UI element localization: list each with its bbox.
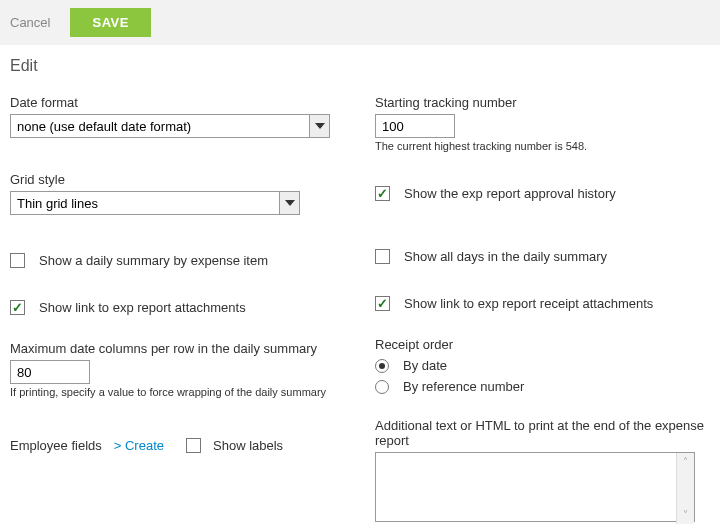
grid-style-label: Grid style <box>10 172 345 187</box>
all-days-checkbox[interactable] <box>375 249 390 264</box>
scroll-down-icon: ˅ <box>683 510 688 520</box>
receipt-order-ref-row: By reference number <box>375 379 710 394</box>
receipt-order-date-row: By date <box>375 358 710 373</box>
approval-history-checkbox[interactable] <box>375 186 390 201</box>
link-receipt-label: Show link to exp report receipt attachme… <box>404 296 653 311</box>
date-format-select-wrapper: none (use default date format) <box>10 114 330 138</box>
tracking-label: Starting tracking number <box>375 95 710 110</box>
footer-html-label: Additional text or HTML to print at the … <box>375 418 710 448</box>
max-cols-input[interactable] <box>10 360 90 384</box>
toolbar: Cancel SAVE <box>0 0 720 45</box>
receipt-order-label: Receipt order <box>375 337 710 352</box>
link-attachments-label: Show link to exp report attachments <box>39 300 246 315</box>
tracking-input[interactable] <box>375 114 455 138</box>
form: Date format none (use default date forma… <box>0 81 720 529</box>
date-format-select[interactable]: none (use default date format) <box>10 114 330 138</box>
show-labels-checkbox[interactable] <box>186 438 201 453</box>
footer-html-field: Additional text or HTML to print at the … <box>375 418 710 525</box>
receipt-order-ref-label: By reference number <box>403 379 524 394</box>
employee-fields-row: Employee fields > Create Show labels <box>10 438 345 453</box>
date-format-field: Date format none (use default date forma… <box>10 95 345 138</box>
right-column: Starting tracking number The current hig… <box>375 81 710 525</box>
grid-style-field: Grid style Thin grid lines <box>10 172 345 215</box>
approval-history-row: Show the exp report approval history <box>375 186 710 201</box>
tracking-field: Starting tracking number The current hig… <box>375 95 710 152</box>
link-receipt-checkbox[interactable] <box>375 296 390 311</box>
save-button[interactable]: SAVE <box>70 8 150 37</box>
footer-html-textarea[interactable] <box>375 452 695 522</box>
cancel-link[interactable]: Cancel <box>10 15 50 30</box>
max-cols-label: Maximum date columns per row in the dail… <box>10 341 345 356</box>
date-format-label: Date format <box>10 95 345 110</box>
receipt-order-field: Receipt order By date By reference numbe… <box>375 337 710 394</box>
approval-history-label: Show the exp report approval history <box>404 186 616 201</box>
daily-summary-label: Show a daily summary by expense item <box>39 253 268 268</box>
grid-style-select-wrapper: Thin grid lines <box>10 191 300 215</box>
scrollbar[interactable]: ˄ ˅ <box>676 453 694 524</box>
receipt-order-date-label: By date <box>403 358 447 373</box>
left-column: Date format none (use default date forma… <box>10 81 345 525</box>
all-days-label: Show all days in the daily summary <box>404 249 607 264</box>
max-cols-hint: If printing, specify a value to force wr… <box>10 386 345 398</box>
page-title: Edit <box>0 45 720 81</box>
scroll-up-icon: ˄ <box>683 457 688 467</box>
receipt-order-ref-radio[interactable] <box>375 380 389 394</box>
link-attachments-row: Show link to exp report attachments <box>10 300 345 315</box>
max-cols-field: Maximum date columns per row in the dail… <box>10 341 345 398</box>
receipt-order-date-radio[interactable] <box>375 359 389 373</box>
employee-fields-label: Employee fields <box>10 438 102 453</box>
grid-style-select[interactable]: Thin grid lines <box>10 191 300 215</box>
all-days-row: Show all days in the daily summary <box>375 249 710 264</box>
daily-summary-checkbox[interactable] <box>10 253 25 268</box>
daily-summary-row: Show a daily summary by expense item <box>10 253 345 268</box>
show-labels-label: Show labels <box>213 438 283 453</box>
link-receipt-row: Show link to exp report receipt attachme… <box>375 296 710 311</box>
create-link[interactable]: > Create <box>114 438 164 453</box>
link-attachments-checkbox[interactable] <box>10 300 25 315</box>
tracking-hint: The current highest tracking number is 5… <box>375 140 710 152</box>
